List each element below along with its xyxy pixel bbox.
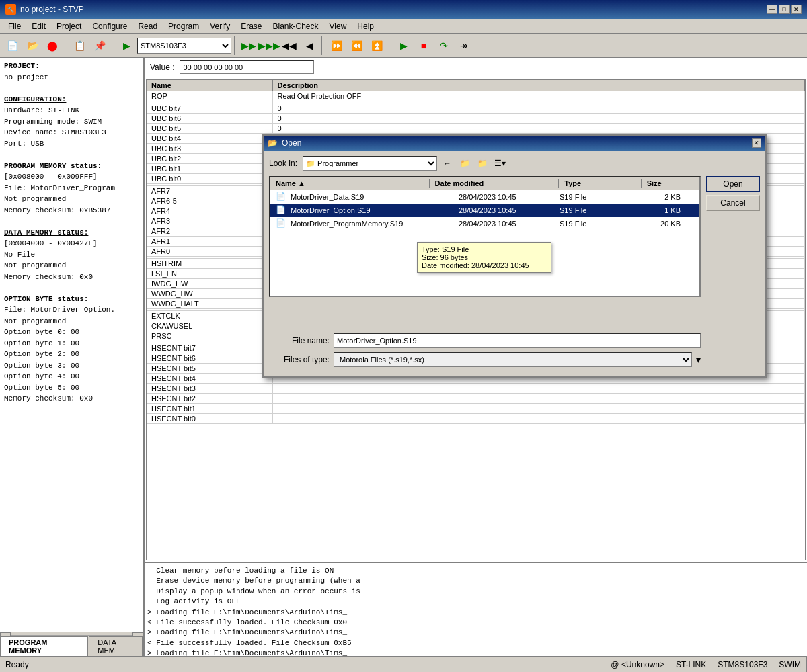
menu-view[interactable]: View — [324, 20, 352, 32]
prog3-button[interactable]: ▶▶▶ — [260, 36, 278, 55]
dialog-title-text: Open — [282, 138, 301, 148]
tab-program-memory[interactable]: PROGRAM MEMORY — [0, 636, 88, 656]
table-row[interactable]: HSECNT bit1 — [147, 404, 805, 414]
table-cell-name: UBC bit7 — [147, 103, 273, 114]
cancel-button[interactable]: Cancel — [706, 195, 760, 211]
col-header-description: Description — [273, 80, 805, 91]
open-button[interactable]: Open — [706, 176, 760, 192]
option-byte-0: Option byte 0: 00 — [4, 327, 139, 338]
table-cell-name: WWDG_HALT — [147, 299, 273, 309]
open-button[interactable]: 📂 — [23, 36, 42, 55]
table-row[interactable]: HSECNT bit3 — [147, 384, 805, 394]
new-button[interactable]: 📄 — [3, 36, 22, 55]
prog4-button[interactable]: ◀◀ — [280, 36, 299, 55]
option-byte-status: Not programmed — [4, 316, 139, 327]
nav-view-button[interactable]: ☰▾ — [492, 156, 507, 171]
stop2-button[interactable]: ■ — [414, 36, 433, 55]
filename-input[interactable] — [334, 333, 701, 348]
menu-file[interactable]: File — [3, 20, 26, 32]
stop-button[interactable]: ⬤ — [43, 36, 62, 55]
file-size-2: 1 KB — [627, 206, 681, 214]
table-cell-name: AFR1 — [147, 237, 273, 247]
log-panel: Clear memory before loading a file is ON… — [145, 562, 807, 656]
table-cell-name: HSECNT bit1 — [147, 404, 273, 414]
col-name[interactable]: Name ▲ — [270, 179, 430, 188]
prog5-button[interactable]: ◀ — [300, 36, 319, 55]
table-row[interactable]: UBC bit50 — [147, 124, 805, 134]
table-cell-name: CKAWUSEL — [147, 321, 273, 331]
table-cell-name: AFR6-5 — [147, 196, 273, 206]
prog8-button[interactable]: ⏫ — [367, 36, 386, 55]
table-cell-name: ROP — [147, 91, 273, 101]
tooltip-size: Size: 96 bytes — [422, 253, 547, 261]
filetype-label: Files of type: — [269, 355, 330, 364]
nav-new-folder-button[interactable]: 📁 — [475, 156, 490, 171]
dialog-close-button[interactable]: ✕ — [752, 138, 761, 148]
separator-4 — [321, 36, 324, 55]
filetype-dropdown-icon[interactable]: ▾ — [696, 354, 701, 365]
toolbar: 📄 📂 ⬤ 📋 📌 ▶ STM8S103F3 STM8S105C6 ▶▶ ▶▶▶… — [0, 34, 807, 58]
col-date[interactable]: Date modified — [430, 179, 560, 188]
copy-button[interactable]: 📋 — [70, 36, 89, 55]
table-cell-description: 0 — [273, 124, 805, 134]
prog-mem-status: Not programmed — [4, 194, 139, 205]
file-item-selected[interactable]: 📄 MotorDriver_Option.S19 28/04/2023 10:4… — [270, 204, 699, 217]
file-item-3[interactable]: 📄 MotorDriver_ProgramMemory.S19 28/04/20… — [270, 217, 699, 230]
menu-configure[interactable]: Configure — [87, 20, 132, 32]
nav-up-button[interactable]: 📁 — [457, 156, 472, 171]
menu-edit[interactable]: Edit — [26, 20, 51, 32]
prog2-button[interactable]: ▶▶ — [239, 36, 258, 55]
file-icon-3: 📄 — [276, 218, 286, 229]
menu-help[interactable]: Help — [352, 20, 379, 32]
close-button[interactable]: ✕ — [791, 5, 802, 14]
menu-erase[interactable]: Erase — [235, 20, 267, 32]
left-panel-content: PROJECT: no project CONFIGURATION: Hardw… — [0, 58, 143, 632]
log-line: Log activity is OFF — [147, 597, 804, 607]
log-line: < File successfully loaded. File Checksu… — [147, 638, 804, 648]
prog-mem-file: File: MotorDriver_Program — [4, 183, 139, 194]
config-label: CONFIGURATION: — [4, 94, 139, 106]
table-row[interactable]: UBC bit60 — [147, 114, 805, 124]
config-device: Device name: STM8S103F3 — [4, 127, 139, 138]
dialog-body: Look in: 📁 Programmer ← 📁 📁 ☰▾ Name ▲ Da… — [264, 151, 765, 376]
prog7-button[interactable]: ⏪ — [347, 36, 366, 55]
table-cell-name: UBC bit2 — [147, 154, 273, 164]
table-cell-description: Read Out Protection OFF — [273, 91, 805, 101]
prog6-button[interactable]: ⏩ — [327, 36, 346, 55]
file-date-2: 28/04/2023 10:45 — [459, 206, 560, 214]
tab-data-mem[interactable]: DATA MEM — [89, 636, 143, 656]
table-cell-name: PRSC — [147, 331, 273, 341]
option-byte-1: Option byte 1: 00 — [4, 338, 139, 349]
file-section: Name ▲ Date modified Type Size 📄 MotorDr… — [269, 176, 760, 371]
table-cell-description — [273, 394, 805, 404]
next-button[interactable]: ↷ — [434, 36, 453, 55]
run-button[interactable]: ▶ — [394, 36, 413, 55]
col-type[interactable]: Type — [559, 179, 641, 188]
device-select[interactable]: STM8S103F3 STM8S105C6 — [137, 38, 231, 54]
menu-program[interactable]: Program — [163, 20, 204, 32]
option-byte-3: Option byte 3: 00 — [4, 360, 139, 372]
table-row[interactable]: UBC bit70 — [147, 103, 805, 114]
menu-read[interactable]: Read — [132, 20, 163, 32]
maximize-button[interactable]: □ — [779, 5, 790, 14]
nav-back-button[interactable]: ← — [440, 156, 455, 171]
menu-blank-check[interactable]: Blank-Check — [268, 20, 324, 32]
table-row[interactable]: HSECNT bit0 — [147, 414, 805, 424]
menu-verify[interactable]: Verify — [204, 20, 235, 32]
file-item[interactable]: 📄 MotorDriver_Data.S19 28/04/2023 10:45 … — [270, 190, 699, 204]
table-row[interactable]: ROPRead Out Protection OFF — [147, 91, 805, 101]
col-size[interactable]: Size — [642, 179, 699, 188]
skip-button[interactable]: ↠ — [455, 36, 473, 55]
paste-button[interactable]: 📌 — [90, 36, 109, 55]
separator-3 — [234, 36, 237, 55]
minimize-button[interactable]: — — [767, 5, 777, 14]
prog1-button[interactable]: ▶ — [117, 36, 136, 55]
table-row[interactable]: HSECNT bit2 — [147, 394, 805, 404]
table-cell-name: AFR2 — [147, 226, 273, 237]
filetype-select[interactable]: Motorola Files (*.s19,*.sx) — [334, 352, 692, 367]
col-header-name: Name — [147, 80, 273, 91]
look-in-select[interactable]: 📁 Programmer — [303, 156, 437, 171]
value-input[interactable] — [180, 60, 314, 74]
menu-project[interactable]: Project — [51, 20, 87, 32]
status-link: ST-LINK — [670, 657, 712, 672]
